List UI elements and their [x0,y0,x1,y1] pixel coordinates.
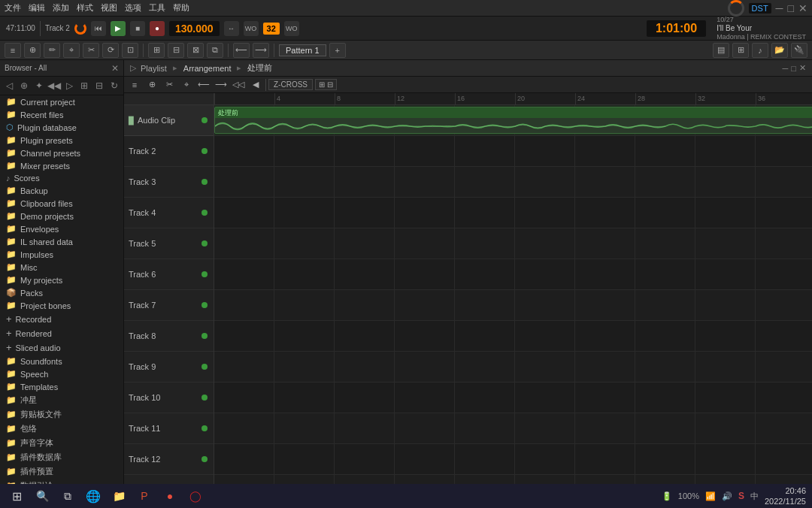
sidebar-refresh-btn[interactable]: ↻ [108,79,120,92]
menu-item-options[interactable]: 选项 [125,2,141,14]
sidebar-item-zh2[interactable]: 📁 剪贴板文件 [0,407,123,422]
sidebar-item-mixer-presets[interactable]: 📁 Mixer presets [0,159,123,172]
wav-button[interactable]: WO [284,21,299,36]
track-header-row-4[interactable]: Track 4 [124,198,214,228]
audio-clip-1[interactable]: 处理前 [214,107,812,134]
erase-tool[interactable]: ⌖ [63,43,80,58]
window-maximize[interactable]: □ [788,2,794,14]
sidebar-item-sliced-audio[interactable]: + Sliced audio [0,340,123,355]
sidebar-item-zh7[interactable]: 📁 数据引论 [0,479,123,484]
sidebar-forward-btn[interactable]: ⊕ [18,79,31,92]
track-header-row-3[interactable]: Track 3 [124,167,214,198]
track-row-2[interactable] [214,136,812,167]
sidebar-item-zh6[interactable]: 📁 插件预置 [0,464,123,479]
sidebar-item-il-shared[interactable]: 📁 IL shared data [0,235,123,248]
track-header-row-8[interactable]: Track 8 [124,321,214,352]
pattern-btn2[interactable]: ⊕ [24,43,41,58]
mode-button[interactable]: WO [244,21,259,36]
app-icon-2[interactable]: ◯ [185,485,206,506]
playlist-maximize-btn[interactable]: □ [791,64,796,73]
track-row-3[interactable] [214,167,812,198]
window-minimize[interactable]: ─ [776,2,783,14]
track-header-row-9[interactable]: Track 9 [124,352,214,383]
start-button[interactable]: ⊞ [6,485,27,506]
record-button[interactable]: ● [150,21,165,36]
pl-tool-4[interactable]: ⌖ [179,78,194,92]
track-row-9[interactable] [214,352,812,383]
track-row-7[interactable] [214,290,812,321]
track-row-4[interactable] [214,198,812,228]
menu-item-tools[interactable]: 工具 [149,2,165,14]
loop-button[interactable]: ↔ [224,21,239,36]
pl-tool-3[interactable]: ✂ [162,78,177,92]
tracks-scroll[interactable]: 处理前 [214,105,812,484]
menu-item-edit[interactable]: 编辑 [29,2,45,14]
sidebar-item-channel-presets[interactable]: 📁 Channel presets [0,147,123,159]
menu-item-view[interactable]: 视图 [101,2,117,14]
stop-button[interactable]: ■ [130,21,145,36]
pl-btn5[interactable]: ⟵ [233,43,250,58]
playlist-minimize-btn[interactable]: ─ [783,64,789,73]
sidebar-item-zh4[interactable]: 📁 声音字体 [0,436,123,450]
sidebar-item-templates[interactable]: 📁 Templates [0,380,123,393]
sidebar-search-btn[interactable]: ✦ [32,79,45,92]
track-row-13[interactable] [214,475,812,484]
add-pattern-btn[interactable]: + [329,43,346,58]
track-row-12[interactable] [214,444,812,475]
piano-btn[interactable]: ♪ [752,43,768,58]
track-header-row-6[interactable]: Track 6 [124,259,214,290]
explorer-button[interactable]: 📁 [108,485,129,506]
track-row-5[interactable] [214,228,812,259]
sidebar-item-rendered[interactable]: + Rendered [0,326,123,340]
track-row-8[interactable] [214,321,812,352]
pl-tool-1[interactable]: ≡ [127,78,142,92]
sidebar-item-speech[interactable]: 📁 Speech [0,367,123,380]
track-row-1[interactable]: 处理前 [214,105,812,136]
track-header-row-13[interactable]: Track 13 [124,475,214,484]
sidebar-item-soundfonts[interactable]: 📁 Soundfonts [0,355,123,367]
edge-button[interactable]: 🌐 [83,485,104,506]
step-seq-btn[interactable]: ⊞ [732,43,749,58]
pl-tool-5[interactable]: ⟵ [196,78,211,92]
sidebar-item-clipboard[interactable]: 📁 Clipboard files [0,197,123,210]
track-row-6[interactable] [214,259,812,290]
sidebar-back-btn[interactable]: ◁ [3,79,16,92]
pl-tool-2[interactable]: ⊕ [144,78,159,92]
sidebar-star-btn[interactable]: ⊞ [78,79,91,92]
sidebar-play-btn[interactable]: ▷ [63,79,76,92]
draw-tool[interactable]: ✏ [44,43,60,58]
sidebar-filter-btn[interactable]: ⊟ [93,79,106,92]
sidebar-item-my-projects[interactable]: 📁 My projects [0,274,123,286]
sidebar-item-envelopes[interactable]: 📁 Envelopes [0,222,123,235]
pl-tool-8[interactable]: ◀ [248,78,263,92]
menu-item-file[interactable]: 文件 [5,2,21,14]
select-tool[interactable]: ⊡ [122,43,138,58]
pattern-label[interactable]: Pattern 1 [279,44,326,56]
sidebar-item-zh3[interactable]: 📁 包络 [0,422,123,436]
sidebar-item-project-bones[interactable]: 📁 Project bones [0,299,123,312]
pl-btn3[interactable]: ⊠ [187,43,204,58]
play-button[interactable]: ▶ [111,21,126,36]
powerpoint-button[interactable]: P [134,485,155,506]
pl-btn1[interactable]: ⊞ [148,43,165,58]
magic-tool[interactable]: ⟳ [102,43,119,58]
menu-item-style[interactable]: 样式 [77,2,93,14]
sidebar-vol-btn[interactable]: ◀◀ [47,79,61,92]
track-header-row-12[interactable]: Track 12 [124,444,214,475]
search-button[interactable]: 🔍 [32,485,53,506]
sidebar-item-backup[interactable]: 📁 Backup [0,184,123,197]
browser-btn[interactable]: 📂 [771,43,788,58]
sidebar-item-zh1[interactable]: 📁 冲星 [0,393,123,407]
track-header-row-5[interactable]: Track 5 [124,228,214,259]
menu-item-add[interactable]: 添加 [53,2,69,14]
pl-tool-6[interactable]: ⟶ [214,78,229,92]
pl-btn6[interactable]: ⟶ [253,43,269,58]
window-close[interactable]: ✕ [798,2,807,14]
track-row-11[interactable] [214,413,812,444]
track-header-row-2[interactable]: Track 2 [124,136,214,167]
sidebar-item-scores[interactable]: ♪ Scores [0,172,123,184]
track-header-row-clip[interactable]: ▉ Audio Clip [124,105,214,136]
track-header-row-11[interactable]: Track 11 [124,413,214,444]
sidebar-item-impulses[interactable]: 📁 Impulses [0,248,123,261]
sidebar-item-misc[interactable]: 📁 Misc [0,261,123,274]
